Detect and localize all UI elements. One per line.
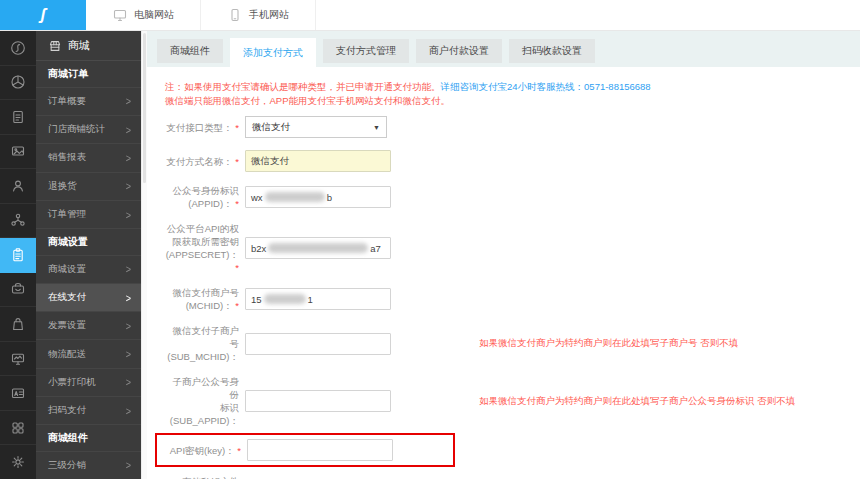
- sidebar-item-label: 小票打印机: [48, 376, 96, 389]
- monitor-chart-icon: [10, 351, 26, 367]
- topbar-tab-label: 手机网站: [249, 8, 289, 22]
- field-label-appid: 公众号身份标识(APPID)： *: [165, 184, 239, 210]
- input-sub-appid[interactable]: [245, 390, 391, 412]
- rail-button-clipboard[interactable]: [0, 238, 36, 273]
- input-appid[interactable]: wxb: [245, 186, 391, 208]
- rail-button-id-card[interactable]: [0, 376, 36, 411]
- scrollbar-thumb[interactable]: [143, 33, 146, 183]
- rail-button-bag[interactable]: [0, 307, 36, 342]
- topbar-tab-label: 电脑网站: [134, 8, 174, 22]
- sidebar-item-invoice-settings[interactable]: 发票设置>: [36, 312, 141, 340]
- field-label-pay-method-name: 支付方式名称： *: [165, 155, 239, 168]
- form-row-api-key: API密钥(key)： *: [167, 439, 453, 461]
- sidebar-item-returns[interactable]: 退换货>: [36, 173, 141, 201]
- logo-circle-icon: [10, 40, 26, 56]
- chevron-right-icon: >: [126, 180, 131, 192]
- sidebar-item-store-shop-stats[interactable]: 门店商铺统计>: [36, 116, 141, 144]
- input-mchid[interactable]: 151: [245, 288, 391, 310]
- chevron-right-icon: >: [126, 152, 131, 164]
- rail-button-user[interactable]: [0, 169, 36, 204]
- rail-button-grid[interactable]: [0, 411, 36, 446]
- sidebar-item-online-payment[interactable]: 在线支付>: [36, 284, 141, 312]
- tab-add-payment-method[interactable]: 添加支付方式: [230, 38, 316, 67]
- content-area: 商城组件添加支付方式支付方式管理商户付款设置扫码收款设置 注：如果使用支付宝请确…: [147, 31, 860, 479]
- sidebar-item-receipt-printer[interactable]: 小票打印机>: [36, 369, 141, 397]
- form-row-pay-method-name: 支付方式名称： *微信支付: [165, 150, 860, 172]
- highlight-annotation: API密钥(key)： *: [155, 433, 455, 467]
- note-line-1: 注：如果使用支付宝请确认是哪种类型，并已申请开通支付功能。详细咨询支付宝24小时…: [165, 80, 860, 94]
- tab-payment-method-management[interactable]: 支付方式管理: [323, 39, 409, 63]
- user-icon: [10, 178, 26, 194]
- redacted-value: [264, 294, 306, 304]
- tab-mall-components[interactable]: 商城组件: [157, 39, 223, 63]
- input-api-key[interactable]: [247, 439, 393, 461]
- rail-button-document[interactable]: [0, 100, 36, 135]
- sphere-icon: [10, 74, 26, 90]
- chevron-right-icon: >: [126, 124, 131, 136]
- id-card-icon: [10, 385, 26, 401]
- sidebar-item-label: 门店商铺统计: [48, 123, 105, 136]
- topbar-tab-pc-site[interactable]: 电脑网站: [86, 0, 201, 30]
- required-asterisk: *: [235, 262, 239, 273]
- chevron-right-icon: >: [126, 405, 131, 417]
- select-pay-interface-type[interactable]: 微信支付▼: [245, 116, 387, 138]
- chevron-right-icon: >: [126, 376, 131, 388]
- sidebar-item-order-management[interactable]: 订单管理>: [36, 201, 141, 229]
- sidebar-item-label: 销售报表: [48, 151, 86, 164]
- store-icon: [48, 39, 62, 53]
- tab-scan-collection-settings[interactable]: 扫码收款设置: [509, 39, 595, 63]
- input-appsecret[interactable]: b2xa7: [245, 237, 391, 259]
- share-icon: [10, 212, 26, 228]
- form-row-pay-interface-type: 支付接口类型： *微信支付▼: [165, 116, 860, 138]
- sidebar-item-mall-settings[interactable]: 商城设置>: [36, 256, 141, 284]
- rail-button-share[interactable]: [0, 204, 36, 239]
- rail-button-sphere[interactable]: [0, 66, 36, 101]
- sidebar-item-label: 物流配送: [48, 348, 86, 361]
- chevron-right-icon: >: [126, 292, 131, 304]
- value-prefix: wx: [251, 192, 263, 203]
- monitor-icon: [112, 7, 128, 23]
- sidebar-item-logistics[interactable]: 物流配送>: [36, 340, 141, 368]
- app-logo[interactable]: ʃ: [0, 0, 86, 30]
- document-icon: [10, 109, 26, 125]
- chevron-right-icon: >: [126, 209, 131, 221]
- required-asterisk: *: [233, 156, 239, 167]
- chevron-right-icon: >: [126, 459, 131, 471]
- input-pay-method-name[interactable]: 微信支付: [245, 150, 391, 172]
- sidebar-item-label: 三级分销: [48, 459, 86, 472]
- chevron-right-icon: >: [126, 263, 131, 275]
- icon-rail: [0, 31, 36, 479]
- rail-button-gear[interactable]: [0, 445, 36, 479]
- grid-icon: [10, 420, 26, 436]
- topbar-tab-mobile-site[interactable]: 手机网站: [201, 0, 316, 30]
- sidebar-item-three-level-distribution[interactable]: 三级分销>: [36, 452, 141, 479]
- note-line-1-text: 注：如果使用支付宝请确认是哪种类型，并已申请开通支付功能。: [165, 81, 441, 92]
- value-suffix: 1: [308, 294, 313, 305]
- topbar: ʃ 电脑网站手机网站: [0, 0, 860, 31]
- sidebar-menu: 商城商城订单订单概要>门店商铺统计>销售报表>退换货>订单管理>商城设置商城设置…: [36, 31, 141, 479]
- form-row-sub-appid: 子商户公众号身份标识(SUB_APPID)：如果微信支付商户为特约商户则在此处填…: [165, 375, 860, 427]
- hotline-link[interactable]: 详细咨询支付宝24小时客服热线：0571-88156688: [441, 81, 651, 92]
- chevron-right-icon: >: [126, 320, 131, 332]
- sidebar-item-scan-pay[interactable]: 扫码支付>: [36, 397, 141, 425]
- sidebar-item-label: 在线支付: [48, 291, 86, 304]
- gear-icon: [10, 454, 26, 470]
- value-suffix: b: [327, 192, 332, 203]
- value-prefix: 15: [251, 294, 262, 305]
- chevron-right-icon: >: [126, 348, 131, 360]
- sidebar-item-label: 订单管理: [48, 208, 86, 221]
- content-tabbar: 商城组件添加支付方式支付方式管理商户付款设置扫码收款设置: [147, 31, 860, 67]
- sidebar-item-label: 订单概要: [48, 95, 86, 108]
- input-sub-mchid[interactable]: [245, 333, 391, 355]
- sidebar-item-sales-report[interactable]: 销售报表>: [36, 144, 141, 172]
- rail-button-monitor-chart[interactable]: [0, 342, 36, 377]
- redacted-value: [265, 192, 325, 202]
- sidebar-header[interactable]: 商城: [36, 31, 141, 61]
- rail-button-logo-circle[interactable]: [0, 31, 36, 66]
- sidebar-item-order-summary[interactable]: 订单概要>: [36, 88, 141, 116]
- tab-merchant-payment-settings[interactable]: 商户付款设置: [416, 39, 502, 63]
- site-switch-tabs: 电脑网站手机网站: [86, 0, 316, 30]
- rail-button-mailbox[interactable]: [0, 273, 36, 308]
- rail-button-image[interactable]: [0, 135, 36, 170]
- required-asterisk: *: [233, 300, 239, 311]
